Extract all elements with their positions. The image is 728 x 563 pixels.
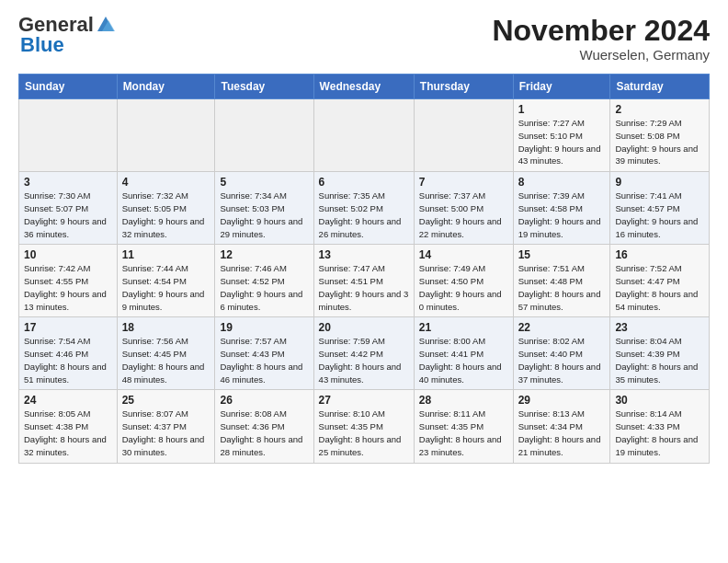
- calendar-cell: 7Sunrise: 7:37 AM Sunset: 5:00 PM Daylig…: [414, 172, 513, 245]
- location: Wuerselen, Germany: [492, 47, 710, 63]
- day-number: 4: [122, 176, 210, 189]
- header: General Blue November 2024 Wuerselen, Ge…: [18, 15, 710, 63]
- calendar-cell: 17Sunrise: 7:54 AM Sunset: 4:46 PM Dayli…: [19, 317, 118, 390]
- day-info: Sunrise: 8:08 AM Sunset: 4:36 PM Dayligh…: [220, 408, 308, 458]
- day-info: Sunrise: 7:41 AM Sunset: 4:57 PM Dayligh…: [615, 190, 704, 240]
- day-number: 12: [220, 248, 308, 261]
- day-number: 16: [615, 248, 704, 261]
- calendar-cell: 27Sunrise: 8:10 AM Sunset: 4:35 PM Dayli…: [313, 390, 414, 463]
- week-row-1: 3Sunrise: 7:30 AM Sunset: 5:07 PM Daylig…: [19, 172, 710, 245]
- logo-blue-text: Blue: [20, 35, 64, 55]
- day-info: Sunrise: 8:10 AM Sunset: 4:35 PM Dayligh…: [319, 408, 409, 458]
- calendar-cell: 21Sunrise: 8:00 AM Sunset: 4:41 PM Dayli…: [414, 317, 513, 390]
- calendar-table: Sunday Monday Tuesday Wednesday Thursday…: [18, 74, 710, 463]
- day-info: Sunrise: 8:02 AM Sunset: 4:40 PM Dayligh…: [518, 335, 606, 385]
- day-info: Sunrise: 7:49 AM Sunset: 4:50 PM Dayligh…: [419, 262, 508, 313]
- day-number: 22: [518, 321, 606, 334]
- calendar-cell: 2Sunrise: 7:29 AM Sunset: 5:08 PM Daylig…: [610, 99, 710, 172]
- day-number: 19: [220, 321, 308, 334]
- calendar-cell: 1Sunrise: 7:27 AM Sunset: 5:10 PM Daylig…: [513, 99, 610, 172]
- calendar-cell: 11Sunrise: 7:44 AM Sunset: 4:54 PM Dayli…: [117, 245, 215, 317]
- day-info: Sunrise: 7:32 AM Sunset: 5:05 PM Dayligh…: [122, 190, 210, 240]
- calendar-cell: [215, 99, 313, 172]
- day-number: 13: [319, 248, 409, 261]
- day-info: Sunrise: 7:59 AM Sunset: 4:42 PM Dayligh…: [319, 335, 409, 385]
- day-number: 15: [518, 248, 606, 261]
- day-number: 2: [615, 103, 704, 116]
- week-row-0: 1Sunrise: 7:27 AM Sunset: 5:10 PM Daylig…: [19, 99, 710, 172]
- calendar-cell: 26Sunrise: 8:08 AM Sunset: 4:36 PM Dayli…: [215, 390, 313, 463]
- calendar-cell: 15Sunrise: 7:51 AM Sunset: 4:48 PM Dayli…: [513, 245, 610, 317]
- day-number: 5: [220, 176, 308, 189]
- day-info: Sunrise: 7:44 AM Sunset: 4:54 PM Dayligh…: [122, 262, 210, 313]
- day-info: Sunrise: 7:35 AM Sunset: 5:02 PM Dayligh…: [319, 190, 409, 240]
- calendar-cell: 4Sunrise: 7:32 AM Sunset: 5:05 PM Daylig…: [117, 172, 215, 245]
- calendar-cell: 23Sunrise: 8:04 AM Sunset: 4:39 PM Dayli…: [610, 317, 710, 390]
- day-number: 7: [419, 176, 508, 189]
- calendar-cell: [117, 99, 215, 172]
- day-number: 6: [319, 176, 409, 189]
- calendar-cell: 9Sunrise: 7:41 AM Sunset: 4:57 PM Daylig…: [610, 172, 710, 245]
- calendar-cell: 29Sunrise: 8:13 AM Sunset: 4:34 PM Dayli…: [513, 390, 610, 463]
- day-number: 11: [122, 248, 210, 261]
- day-info: Sunrise: 7:56 AM Sunset: 4:45 PM Dayligh…: [122, 335, 210, 385]
- logo-icon: [96, 15, 116, 35]
- day-number: 21: [419, 321, 508, 334]
- col-friday: Friday: [513, 75, 610, 99]
- day-number: 30: [615, 394, 704, 407]
- day-info: Sunrise: 8:14 AM Sunset: 4:33 PM Dayligh…: [615, 408, 704, 458]
- calendar-cell: [19, 99, 118, 172]
- calendar-cell: 25Sunrise: 8:07 AM Sunset: 4:37 PM Dayli…: [117, 390, 215, 463]
- calendar-cell: 18Sunrise: 7:56 AM Sunset: 4:45 PM Dayli…: [117, 317, 215, 390]
- day-number: 8: [518, 176, 606, 189]
- calendar-cell: 13Sunrise: 7:47 AM Sunset: 4:51 PM Dayli…: [313, 245, 414, 317]
- calendar-cell: 3Sunrise: 7:30 AM Sunset: 5:07 PM Daylig…: [19, 172, 118, 245]
- day-info: Sunrise: 7:52 AM Sunset: 4:47 PM Dayligh…: [615, 262, 704, 313]
- day-info: Sunrise: 8:13 AM Sunset: 4:34 PM Dayligh…: [518, 408, 606, 458]
- day-number: 29: [518, 394, 606, 407]
- day-info: Sunrise: 7:27 AM Sunset: 5:10 PM Dayligh…: [518, 117, 606, 167]
- calendar-cell: 10Sunrise: 7:42 AM Sunset: 4:55 PM Dayli…: [19, 245, 118, 317]
- day-info: Sunrise: 7:54 AM Sunset: 4:46 PM Dayligh…: [24, 335, 112, 385]
- day-number: 20: [319, 321, 409, 334]
- day-info: Sunrise: 8:11 AM Sunset: 4:35 PM Dayligh…: [419, 408, 508, 458]
- day-number: 9: [615, 176, 704, 189]
- logo: General Blue: [18, 15, 116, 55]
- day-info: Sunrise: 7:29 AM Sunset: 5:08 PM Dayligh…: [615, 117, 704, 167]
- day-info: Sunrise: 7:57 AM Sunset: 4:43 PM Dayligh…: [220, 335, 308, 385]
- day-info: Sunrise: 7:42 AM Sunset: 4:55 PM Dayligh…: [24, 262, 112, 313]
- day-info: Sunrise: 8:07 AM Sunset: 4:37 PM Dayligh…: [122, 408, 210, 458]
- day-info: Sunrise: 8:04 AM Sunset: 4:39 PM Dayligh…: [615, 335, 704, 385]
- col-monday: Monday: [117, 75, 215, 99]
- calendar-cell: 30Sunrise: 8:14 AM Sunset: 4:33 PM Dayli…: [610, 390, 710, 463]
- day-info: Sunrise: 7:51 AM Sunset: 4:48 PM Dayligh…: [518, 262, 606, 313]
- calendar-cell: [414, 99, 513, 172]
- day-info: Sunrise: 7:47 AM Sunset: 4:51 PM Dayligh…: [319, 262, 409, 313]
- calendar-cell: 28Sunrise: 8:11 AM Sunset: 4:35 PM Dayli…: [414, 390, 513, 463]
- calendar-cell: 20Sunrise: 7:59 AM Sunset: 4:42 PM Dayli…: [313, 317, 414, 390]
- day-number: 28: [419, 394, 508, 407]
- title-area: November 2024 Wuerselen, Germany: [492, 15, 710, 63]
- calendar-cell: 19Sunrise: 7:57 AM Sunset: 4:43 PM Dayli…: [215, 317, 313, 390]
- day-number: 18: [122, 321, 210, 334]
- calendar-cell: 6Sunrise: 7:35 AM Sunset: 5:02 PM Daylig…: [313, 172, 414, 245]
- day-number: 24: [24, 394, 112, 407]
- calendar-cell: 12Sunrise: 7:46 AM Sunset: 4:52 PM Dayli…: [215, 245, 313, 317]
- calendar-cell: 8Sunrise: 7:39 AM Sunset: 4:58 PM Daylig…: [513, 172, 610, 245]
- week-row-2: 10Sunrise: 7:42 AM Sunset: 4:55 PM Dayli…: [19, 245, 710, 317]
- col-sunday: Sunday: [19, 75, 118, 99]
- day-number: 27: [319, 394, 409, 407]
- day-info: Sunrise: 7:37 AM Sunset: 5:00 PM Dayligh…: [419, 190, 508, 240]
- col-tuesday: Tuesday: [215, 75, 313, 99]
- day-number: 17: [24, 321, 112, 334]
- day-info: Sunrise: 7:39 AM Sunset: 4:58 PM Dayligh…: [518, 190, 606, 240]
- day-info: Sunrise: 7:46 AM Sunset: 4:52 PM Dayligh…: [220, 262, 308, 313]
- col-wednesday: Wednesday: [313, 75, 414, 99]
- calendar-cell: [313, 99, 414, 172]
- day-info: Sunrise: 8:00 AM Sunset: 4:41 PM Dayligh…: [419, 335, 508, 385]
- col-saturday: Saturday: [610, 75, 710, 99]
- calendar-cell: 22Sunrise: 8:02 AM Sunset: 4:40 PM Dayli…: [513, 317, 610, 390]
- day-info: Sunrise: 7:34 AM Sunset: 5:03 PM Dayligh…: [220, 190, 308, 240]
- calendar-cell: 14Sunrise: 7:49 AM Sunset: 4:50 PM Dayli…: [414, 245, 513, 317]
- day-info: Sunrise: 7:30 AM Sunset: 5:07 PM Dayligh…: [24, 190, 112, 240]
